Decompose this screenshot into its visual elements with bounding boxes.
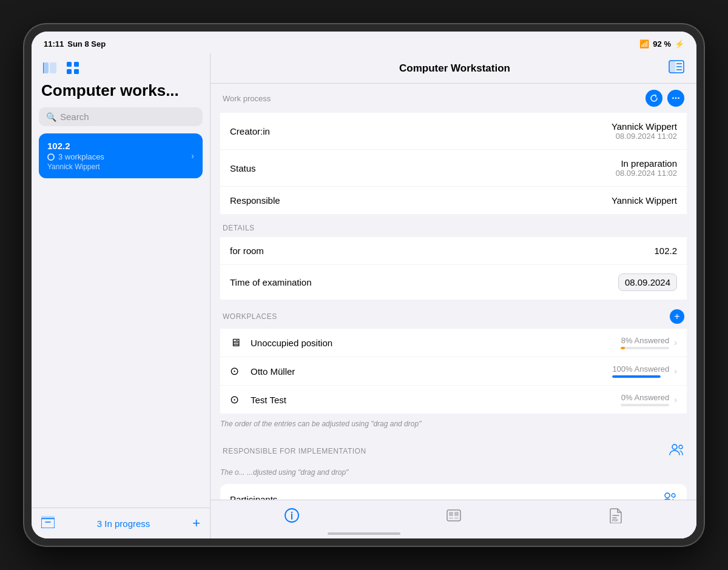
sidebar-bottom: 3 In progress +: [32, 508, 210, 538]
detail-panel: Computer Workstation Wo: [211, 53, 696, 538]
responsible-impl-people-icon[interactable]: [669, 443, 684, 460]
status-date: 08.09.2024 11:02: [616, 169, 677, 178]
svg-rect-0: [43, 62, 49, 73]
pdf-tab-icon: PDF: [608, 508, 624, 527]
device-screen: 11:11 Sun 8 Sep 📶 92 % ⚡: [32, 32, 696, 538]
for-room-row: for room 102.2: [220, 237, 687, 265]
grid-view-button[interactable]: [64, 59, 81, 76]
workplace-row[interactable]: 🖥 Unoccupied position 8% Answered ›: [220, 329, 687, 357]
tab-pdf[interactable]: PDF: [534, 508, 696, 527]
responsible-impl-drag-note: The o... ...djusted using "drag and drop…: [211, 463, 696, 484]
svg-point-17: [665, 493, 670, 498]
status-label: Status: [230, 163, 256, 173]
status-circle: [47, 153, 55, 161]
workplaces-card: 🖥 Unoccupied position 8% Answered ›: [220, 329, 687, 414]
work-process-row: Work process ···: [211, 84, 696, 113]
workplace-chevron-3: ›: [674, 395, 677, 404]
details-card: for room 102.2 Time of examination 08.09…: [220, 237, 687, 300]
status-value: In preparation: [616, 158, 677, 169]
detail-title: Computer Workstation: [241, 62, 669, 75]
workplaces-section-header: WORKPLACES +: [211, 301, 696, 329]
workplace-row[interactable]: ⊙ Test Test 0% Answered ›: [220, 386, 687, 414]
date-display: Sun 8 Sep: [67, 39, 106, 49]
main-area: Computer works... 🔍 Search 102.2 3 wor: [32, 53, 696, 538]
sidebar-chevron-icon: ›: [191, 151, 194, 161]
sidebar-item-subtitle: 3 workplaces: [47, 152, 191, 161]
responsible-impl-label: RESPONSIBLE FOR IMPLEMENTATION: [223, 447, 366, 455]
drag-drop-note: The order of the entries can be adjusted…: [211, 415, 696, 435]
sidebar-item[interactable]: 102.2 3 workplaces Yannick Wippert ›: [39, 133, 203, 178]
sidebar-item-author: Yannick Wippert: [47, 163, 191, 171]
monitor-icon: 🖥: [230, 337, 243, 349]
add-workplace-button[interactable]: +: [670, 309, 684, 324]
workplace-chevron-2: ›: [674, 366, 677, 376]
detail-content: Work process ···: [211, 84, 696, 500]
sidebar-item-content: 102.2 3 workplaces Yannick Wippert: [47, 141, 191, 171]
svg-point-16: [679, 445, 682, 449]
workplace-progress-2: 100% Answered: [612, 364, 669, 378]
workplace-name-1: Unoccupied position: [251, 338, 621, 348]
svg-rect-8: [41, 516, 55, 519]
creator-row: Creator:in Yannick Wippert 08.09.2024 11…: [220, 113, 687, 150]
workplaces-label: WORKPLACES: [223, 312, 277, 321]
details-section-header: DETAILS: [211, 215, 696, 237]
creator-value: Yannick Wippert: [612, 121, 677, 132]
detail-header-icon-button[interactable]: [669, 60, 684, 77]
for-room-label: for room: [230, 246, 264, 256]
time-exam-row: Time of examination 08.09.2024: [220, 265, 687, 300]
tab-info[interactable]: [211, 508, 372, 527]
responsible-value: Yannick Wippert: [612, 195, 677, 206]
device-frame: 11:11 Sun 8 Sep 📶 92 % ⚡: [24, 24, 704, 546]
svg-rect-24: [454, 512, 459, 516]
responsible-impl-header: RESPONSIBLE FOR IMPLEMENTATION: [211, 435, 696, 463]
time-exam-label: Time of examination: [230, 277, 312, 287]
progress-bar-bg-3: [621, 404, 669, 406]
participants-title: Participants: [230, 494, 277, 500]
work-process-more-button[interactable]: ···: [667, 90, 684, 107]
participants-card: Participants 1 – Mül: [220, 484, 687, 500]
battery-icon: ⚡: [675, 39, 684, 49]
svg-point-21: [291, 511, 292, 512]
svg-rect-4: [74, 62, 79, 67]
sidebar-toggle-button[interactable]: [41, 59, 58, 76]
person-icon-1: ⊙: [230, 364, 243, 378]
tab-bar: PDF: [211, 500, 696, 538]
search-placeholder: Search: [60, 112, 89, 122]
work-process-refresh-button[interactable]: [645, 90, 662, 107]
time-display: 11:11: [44, 39, 64, 49]
svg-rect-25: [449, 517, 453, 519]
sidebar-header: [32, 53, 210, 81]
work-process-label: Work process: [223, 94, 271, 103]
svg-rect-3: [67, 62, 72, 67]
home-indicator: [328, 532, 400, 535]
workplace-chevron-1: ›: [674, 338, 677, 347]
in-progress-label: 3 In progress: [97, 518, 150, 529]
info-card: Creator:in Yannick Wippert 08.09.2024 11…: [220, 113, 687, 214]
workplace-name-3: Test Test: [251, 395, 621, 405]
svg-point-15: [672, 444, 677, 449]
search-container: 🔍 Search: [32, 107, 210, 133]
svg-rect-11: [669, 61, 675, 73]
responsible-label: Responsible: [230, 195, 280, 206]
workplace-row[interactable]: ⊙ Otto Müller 100% Answered ›: [220, 357, 687, 386]
gallery-tab-icon: [446, 508, 462, 527]
time-exam-value[interactable]: 08.09.2024: [618, 273, 677, 291]
add-item-button[interactable]: +: [192, 515, 200, 531]
creator-label: Creator:in: [230, 126, 270, 136]
search-box[interactable]: 🔍 Search: [39, 107, 203, 126]
progress-bar-bg-2: [612, 375, 661, 378]
workplace-percent-1: 8% Answered: [621, 336, 669, 345]
participants-people-icon[interactable]: [661, 491, 677, 500]
tab-gallery[interactable]: [372, 508, 534, 527]
progress-bar-bg-1: [621, 347, 669, 349]
info-tab-icon: [284, 508, 300, 527]
progress-bar-fill-2: [612, 375, 661, 378]
svg-rect-5: [67, 69, 72, 74]
battery-display: 92 %: [653, 39, 671, 49]
archive-button[interactable]: [41, 516, 55, 531]
svg-rect-23: [449, 512, 453, 516]
detail-header: Computer Workstation: [211, 53, 696, 84]
sidebar: Computer works... 🔍 Search 102.2 3 wor: [32, 53, 211, 538]
person-icon-2: ⊙: [230, 393, 243, 406]
work-process-icons: ···: [645, 90, 684, 107]
